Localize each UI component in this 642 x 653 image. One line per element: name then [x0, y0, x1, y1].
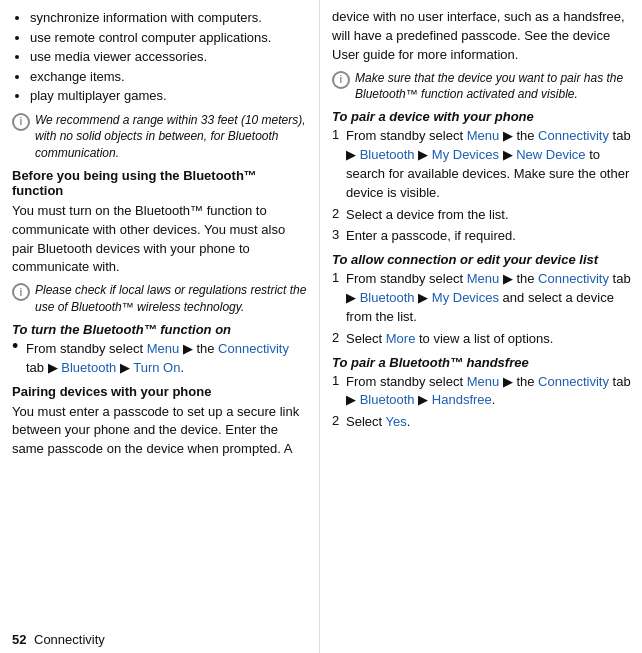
- pair-step-3-text: Enter a passcode, if required.: [346, 227, 632, 246]
- pairing-body: You must enter a passcode to set up a se…: [12, 403, 309, 460]
- bullet-dot: •: [12, 337, 24, 355]
- info-icon: i: [12, 113, 30, 131]
- bluetooth-keyword: Bluetooth: [61, 360, 116, 375]
- conn-step-1-text: From standby select Menu ▶ the Connectiv…: [346, 270, 632, 327]
- conn-kw: Connectivity: [538, 128, 609, 143]
- hands-kw: Handsfree: [432, 392, 492, 407]
- note-laws-text: Please check if local laws or regulation…: [35, 282, 309, 316]
- list-item: play multiplayer games.: [30, 86, 309, 106]
- page-number: 52: [12, 632, 26, 647]
- info-icon-3: i: [332, 71, 350, 89]
- hands-step-2-text: Select Yes.: [346, 413, 632, 432]
- turn-on-step: • From standby select Menu ▶ the Connect…: [12, 340, 309, 378]
- pair-step-2: 2 Select a device from the list.: [332, 206, 632, 225]
- allow-connection-heading: To allow connection or edit your device …: [332, 252, 632, 267]
- newdev-kw: New Device: [516, 147, 585, 162]
- hands-step-1: 1 From standby select Menu ▶ the Connect…: [332, 373, 632, 411]
- menu-kw3: Menu: [467, 374, 500, 389]
- turn-on-heading: To turn the Bluetooth™ function on: [12, 322, 309, 337]
- menu-keyword: Menu: [147, 341, 180, 356]
- list-item: synchronize information with computers.: [30, 8, 309, 28]
- more-kw: More: [386, 331, 416, 346]
- pairing-heading: Pairing devices with your phone: [12, 384, 309, 399]
- step-number: 1: [332, 270, 346, 327]
- bt-kw3: Bluetooth: [360, 392, 415, 407]
- mydev-kw2: My Devices: [432, 290, 499, 305]
- conn-kw3: Connectivity: [538, 374, 609, 389]
- left-column: synchronize information with computers. …: [0, 0, 320, 653]
- yes-kw: Yes: [386, 414, 407, 429]
- footer-label: Connectivity: [34, 632, 105, 647]
- pair-step-1-text: From standby select Menu ▶ the Connectiv…: [346, 127, 632, 202]
- step-number: 1: [332, 373, 346, 411]
- conn-kw2: Connectivity: [538, 271, 609, 286]
- hands-step-1-text: From standby select Menu ▶ the Connectiv…: [346, 373, 632, 411]
- step-number: 1: [332, 127, 346, 202]
- note-range: i We recommend a range within 33 feet (1…: [12, 112, 309, 162]
- pair-step-3: 3 Enter a passcode, if required.: [332, 227, 632, 246]
- hands-step-2: 2 Select Yes.: [332, 413, 632, 432]
- turnon-keyword: Turn On: [133, 360, 180, 375]
- menu-kw: Menu: [467, 128, 500, 143]
- menu-kw2: Menu: [467, 271, 500, 286]
- mydev-kw: My Devices: [432, 147, 499, 162]
- feature-list: synchronize information with computers. …: [30, 8, 309, 106]
- pair-handsfree-heading: To pair a Bluetooth™ handsfree: [332, 355, 632, 370]
- intro-continuation: device with no user interface, such as a…: [332, 8, 632, 65]
- list-item: use remote control computer applications…: [30, 28, 309, 48]
- pair-step-1: 1 From standby select Menu ▶ the Connect…: [332, 127, 632, 202]
- step-number: 2: [332, 206, 346, 225]
- bt-kw2: Bluetooth: [360, 290, 415, 305]
- right-column: device with no user interface, such as a…: [320, 0, 642, 653]
- pair-step-2-text: Select a device from the list.: [346, 206, 632, 225]
- conn-step-2-text: Select More to view a list of options.: [346, 330, 632, 349]
- list-item: exchange items.: [30, 67, 309, 87]
- note-range-text: We recommend a range within 33 feet (10 …: [35, 112, 309, 162]
- step-number: 2: [332, 413, 346, 432]
- info-icon-2: i: [12, 283, 30, 301]
- step-number: 2: [332, 330, 346, 349]
- before-using-body: You must turn on the Bluetooth™ function…: [12, 202, 309, 277]
- before-using-heading: Before you being using the Bluetooth™ fu…: [12, 168, 309, 198]
- note-pair-text: Make sure that the device you want to pa…: [355, 70, 632, 104]
- conn-step-2: 2 Select More to view a list of options.: [332, 330, 632, 349]
- pair-device-heading: To pair a device with your phone: [332, 109, 632, 124]
- connectivity-keyword: Connectivity: [218, 341, 289, 356]
- turn-on-text: From standby select Menu ▶ the Connectiv…: [26, 340, 309, 378]
- bt-kw: Bluetooth: [360, 147, 415, 162]
- list-item: use media viewer accessories.: [30, 47, 309, 67]
- conn-step-1: 1 From standby select Menu ▶ the Connect…: [332, 270, 632, 327]
- step-number: 3: [332, 227, 346, 246]
- note-laws: i Please check if local laws or regulati…: [12, 282, 309, 316]
- note-pair: i Make sure that the device you want to …: [332, 70, 632, 104]
